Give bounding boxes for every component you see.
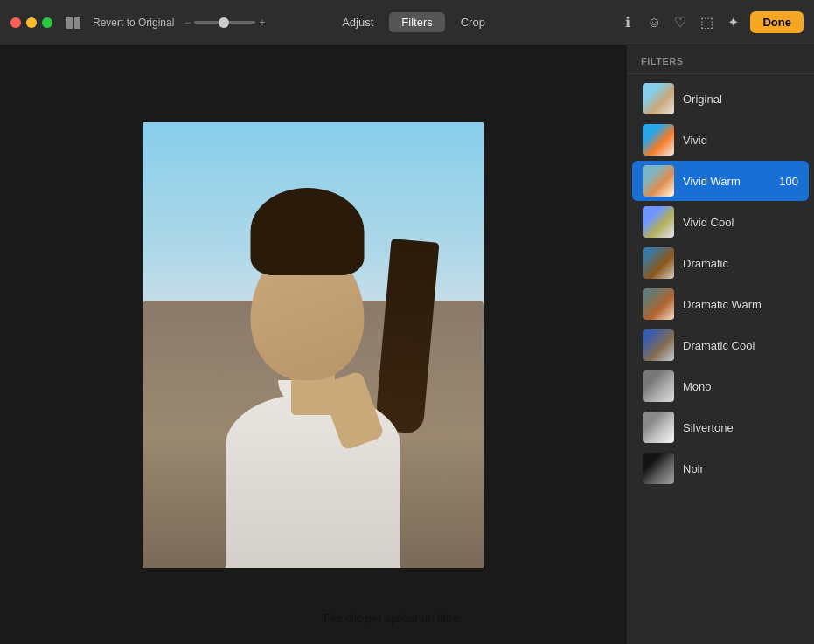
filter-thumb-original <box>643 83 674 114</box>
filter-item-original[interactable]: Original <box>632 79 809 119</box>
zoom-slider[interactable] <box>194 21 255 24</box>
minimize-button[interactable] <box>26 17 37 28</box>
filter-name-vivid-cool: Vivid Cool <box>683 216 798 229</box>
filter-item-dramatic[interactable]: Dramatic <box>632 243 809 283</box>
magic-wand-icon[interactable]: ✦ <box>724 14 741 31</box>
filter-name-dramatic-warm: Dramatic Warm <box>683 298 798 311</box>
favorites-icon[interactable]: ♡ <box>671 14 689 31</box>
photo-area <box>0 45 626 644</box>
filter-thumb-vivid-warm <box>643 165 674 197</box>
photo-container <box>143 122 484 568</box>
face-detection-icon[interactable]: ☺ <box>645 15 663 31</box>
filter-item-vivid-warm[interactable]: Vivid Warm 100 <box>632 161 809 201</box>
revert-button[interactable]: Revert to Original <box>93 17 174 29</box>
filter-item-noir[interactable]: Noir <box>632 448 809 488</box>
share-icon[interactable]: ⬚ <box>698 14 715 31</box>
filter-thumb-dramatic <box>643 247 674 279</box>
filter-thumb-dramatic-warm <box>643 288 674 320</box>
filter-item-vivid[interactable]: Vivid <box>632 120 809 160</box>
main-area: FILTERS Original Vivid Vivid Warm 100 <box>0 45 814 644</box>
fullscreen-button[interactable] <box>42 17 52 28</box>
filters-header: FILTERS <box>627 45 814 74</box>
done-button[interactable]: Done <box>750 11 804 33</box>
filters-sidebar: FILTERS Original Vivid Vivid Warm 100 <box>626 45 814 644</box>
zoom-slider-container: − + <box>184 17 265 29</box>
filter-name-vivid: Vivid <box>683 134 798 147</box>
filter-item-dramatic-warm[interactable]: Dramatic Warm <box>632 284 809 324</box>
filter-thumb-noir <box>643 453 674 484</box>
filter-name-noir: Noir <box>683 462 798 475</box>
tab-filters[interactable]: Filters <box>389 12 444 32</box>
slider-minus-icon: − <box>184 17 191 29</box>
photo-portrait <box>143 122 484 568</box>
filter-value-vivid-warm: 100 <box>779 175 798 188</box>
slider-plus-icon: + <box>259 17 265 29</box>
filter-name-mono: Mono <box>683 380 798 393</box>
filter-name-silvertone: Silvertone <box>683 421 798 434</box>
filter-thumb-silvertone <box>643 412 674 443</box>
filter-thumb-vivid-cool <box>643 206 674 238</box>
nav-tabs: Adjust Filters Crop <box>330 12 497 32</box>
compare-icon[interactable] <box>66 17 82 29</box>
filter-thumb-vivid <box>643 124 674 156</box>
filter-item-dramatic-cool[interactable]: Dramatic Cool <box>632 325 809 365</box>
close-button[interactable] <box>10 17 21 28</box>
traffic-lights <box>10 17 52 28</box>
filter-item-silvertone[interactable]: Silvertone <box>632 407 809 447</box>
filter-thumb-dramatic-cool <box>643 329 674 361</box>
filter-name-original: Original <box>683 93 798 106</box>
filter-item-mono[interactable]: Mono <box>632 366 809 406</box>
info-icon[interactable]: ℹ <box>619 14 637 31</box>
filter-thumb-mono <box>643 370 674 402</box>
filter-item-vivid-cool[interactable]: Vivid Cool <box>632 202 809 242</box>
filters-list: Original Vivid Vivid Warm 100 Vivid Cool <box>627 74 814 644</box>
resize-handle[interactable] <box>482 328 484 363</box>
titlebar: Revert to Original − + Adjust Filters Cr… <box>0 0 814 45</box>
hair-top <box>251 188 365 275</box>
tab-adjust[interactable]: Adjust <box>330 12 386 32</box>
filter-name-dramatic: Dramatic <box>683 257 798 270</box>
toolbar-right: ℹ ☺ ♡ ⬚ ✦ Done <box>619 11 804 33</box>
filter-name-dramatic-cool: Dramatic Cool <box>683 339 798 352</box>
slider-thumb[interactable] <box>219 17 229 28</box>
tab-crop[interactable]: Crop <box>449 12 497 32</box>
filter-name-vivid-warm: Vivid Warm <box>683 175 770 188</box>
